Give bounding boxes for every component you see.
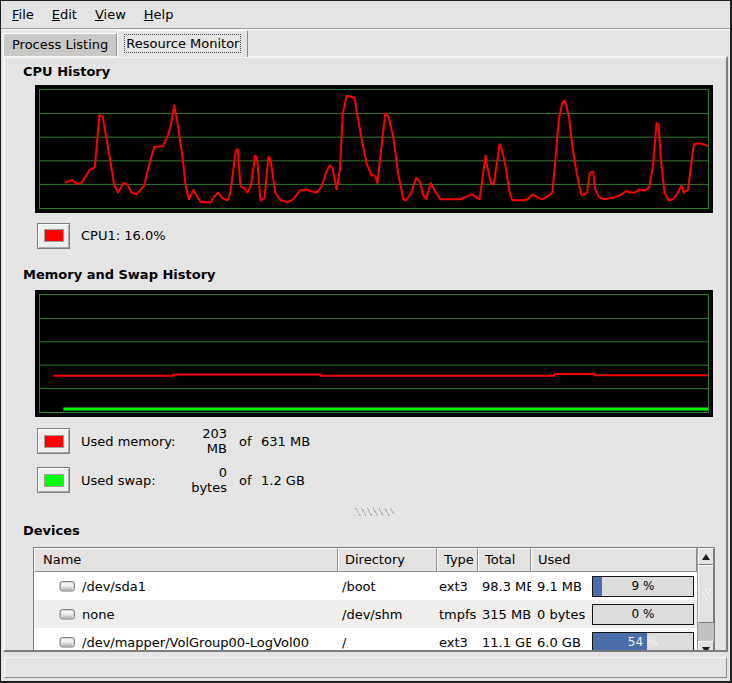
menu-file[interactable]: File (3, 3, 43, 26)
tab-process-listing[interactable]: Process Listing (3, 33, 117, 56)
column-header-total[interactable]: Total (478, 548, 531, 572)
cpu1-color-button[interactable] (37, 223, 70, 249)
devices-table-header: Name Directory Type Total Used (34, 548, 697, 572)
device-used: 0 bytes (537, 607, 585, 622)
pane-resize-handle[interactable] (354, 508, 394, 516)
scroll-up-icon (702, 554, 710, 560)
tab-process-listing-label: Process Listing (12, 37, 108, 52)
device-used: 9.1 MB (537, 579, 582, 594)
disk-icon (59, 608, 76, 621)
column-header-type[interactable]: Type (437, 548, 478, 572)
column-header-name[interactable]: Name (34, 548, 338, 572)
memory-swap-graph (35, 290, 713, 417)
usage-bar: 0 % (592, 604, 694, 625)
scrollbar-trough[interactable] (698, 623, 714, 641)
system-monitor-window: File Edit View Help Process Listing Reso… (0, 0, 732, 683)
device-total: 98.3 MB (478, 579, 531, 594)
scrollbar-up-button[interactable] (698, 548, 714, 565)
tab-bar: Process Listing Resource Monitor (1, 29, 730, 56)
cpu1-legend-label: CPU1: 16.0% (81, 228, 166, 243)
devices-table: Name Directory Type Total Used /dev/sda1… (33, 547, 715, 652)
tab-resource-monitor[interactable]: Resource Monitor (117, 30, 248, 57)
used-swap-value: 0 bytes (181, 465, 227, 495)
menu-view-mnemonic: V (95, 7, 104, 22)
tab-resource-monitor-label: Resource Monitor (126, 36, 239, 51)
disk-icon (59, 580, 76, 593)
scrollbar-down-button[interactable] (698, 641, 714, 652)
scroll-down-icon (702, 647, 710, 653)
menu-view-label: iew (104, 7, 126, 22)
cpu-history-chart (40, 90, 708, 208)
memory-total-value: 631 MB (261, 434, 331, 449)
cpu-history-title: CPU History (23, 64, 713, 81)
memory-swap-plot (39, 294, 709, 413)
memory-legend: Used memory: 203 MB of 631 MB Used swap:… (37, 426, 713, 495)
device-type: ext3 (437, 579, 478, 594)
used-swap-swatch-icon (44, 474, 64, 487)
device-total: 11.1 GB (478, 635, 531, 650)
usage-bar-label: 0 % (593, 605, 693, 624)
used-memory-label: Used memory: (81, 434, 181, 449)
device-type: tmpfs (437, 607, 478, 622)
used-memory-swatch-icon (44, 435, 64, 448)
memory-history-title: Memory and Swap History (23, 267, 713, 284)
device-used: 6.0 GB (537, 635, 581, 650)
cpu-history-graph (35, 85, 713, 213)
resource-monitor-page: CPU History CPU1: 16.0% Memory and Swap … (3, 56, 728, 652)
device-total: 315 MB (478, 607, 531, 622)
status-bar (4, 657, 727, 678)
scrollbar-grip-icon (702, 588, 711, 600)
used-swap-label: Used swap: (81, 473, 181, 488)
device-row-none[interactable]: none /dev/shm tmpfs 315 MB 0 bytes 0 % (34, 600, 697, 628)
devices-scrollbar (697, 548, 714, 652)
cpu1-color-swatch-icon (44, 229, 64, 242)
memory-swap-chart (40, 295, 708, 412)
used-memory-value: 203 MB (181, 426, 227, 456)
menu-help[interactable]: Help (135, 3, 183, 26)
cpu-legend: CPU1: 16.0% (37, 222, 713, 249)
menu-file-label: ile (19, 7, 34, 22)
menu-help-mnemonic: H (144, 7, 154, 22)
menu-bar: File Edit View Help (1, 1, 730, 29)
device-row-volgroup[interactable]: /dev/mapper/VolGroup00-LogVol00 / ext3 1… (34, 628, 697, 652)
column-header-used[interactable]: Used (531, 548, 697, 572)
cpu-history-plot (39, 89, 709, 209)
usage-bar: 9 % (592, 576, 694, 597)
device-name: /dev/mapper/VolGroup00-LogVol00 (82, 635, 309, 650)
device-name: /dev/sda1 (82, 579, 146, 594)
device-type: ext3 (437, 635, 478, 650)
used-memory-of: of (239, 434, 253, 449)
menu-help-label: elp (154, 7, 174, 22)
used-memory-color-button[interactable] (37, 428, 70, 454)
menu-view[interactable]: View (86, 3, 135, 26)
device-directory: / (338, 635, 437, 650)
used-swap-color-button[interactable] (37, 467, 70, 493)
menu-edit-mnemonic: E (52, 7, 60, 22)
device-name: none (82, 607, 114, 622)
device-directory: /boot (338, 579, 437, 594)
device-directory: /dev/shm (338, 607, 437, 622)
menu-edit[interactable]: Edit (43, 3, 86, 26)
devices-title: Devices (23, 523, 713, 540)
usage-bar-label: 9 % (593, 577, 693, 596)
used-swap-of: of (239, 473, 253, 488)
menu-edit-label: dit (60, 7, 77, 22)
disk-icon (59, 636, 76, 649)
swap-total-value: 1.2 GB (261, 473, 331, 488)
usage-bar: 54 % (592, 632, 694, 653)
usage-bar-label: 54 % (593, 633, 693, 652)
device-row-sda1[interactable]: /dev/sda1 /boot ext3 98.3 MB 9.1 MB 9 % (34, 572, 697, 600)
column-header-directory[interactable]: Directory (338, 548, 437, 572)
scrollbar-thumb[interactable] (698, 565, 714, 623)
